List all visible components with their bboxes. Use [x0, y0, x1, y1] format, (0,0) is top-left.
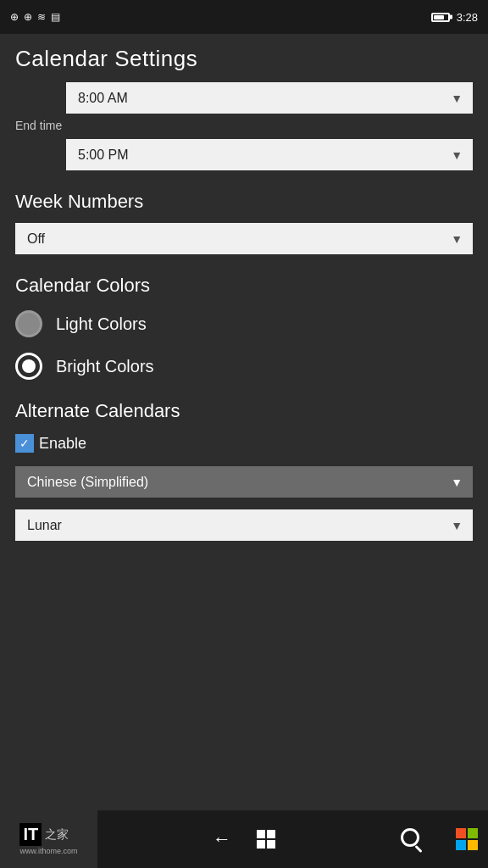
- search-handle-icon: [414, 845, 422, 853]
- start-time-select[interactable]: 8:00 AM 6:00 AM 7:00 AM 9:00 AM: [66, 82, 473, 114]
- light-colors-radio[interactable]: [15, 310, 42, 337]
- battery-icon: [431, 13, 450, 22]
- enable-label: Enable: [39, 435, 86, 453]
- week-numbers-wrapper: Off On ▼: [15, 223, 473, 254]
- it-logo-box: IT: [19, 823, 42, 846]
- microsoft-logo: [456, 828, 478, 850]
- ithome-logo: IT 之家 www.ithome.com: [19, 823, 77, 855]
- status-bar: ⊕ ⊕ ≋ ▤ 3:28: [0, 0, 488, 34]
- windows-sq-4: [267, 840, 275, 849]
- taskbar-right: [391, 810, 488, 868]
- signal-icon-2: ⊕: [24, 11, 32, 23]
- back-arrow-icon[interactable]: ←: [213, 828, 231, 850]
- light-colors-label: Light Colors: [56, 314, 147, 334]
- search-icon[interactable]: [401, 828, 419, 847]
- calendar-system-select[interactable]: Lunar Solar: [15, 509, 473, 541]
- bright-colors-label: Bright Colors: [56, 357, 154, 376]
- it-logo-url: www.ithome.com: [19, 847, 77, 855]
- alternate-calendars-title: Alternate Calendars: [15, 400, 473, 422]
- week-numbers-select[interactable]: Off On: [15, 223, 473, 254]
- windows-sq-2: [267, 830, 275, 838]
- content-area: 8:00 AM 6:00 AM 7:00 AM 9:00 AM ▼ End ti…: [0, 82, 488, 541]
- end-time-select[interactable]: 5:00 PM 4:00 PM 6:00 PM 7:00 PM: [66, 139, 473, 170]
- ms-sq-green: [468, 828, 478, 838]
- status-icons: ⊕ ⊕ ≋ ▤: [10, 11, 60, 23]
- enable-checkbox[interactable]: ✓: [15, 434, 34, 453]
- time-display: 3:28: [457, 11, 478, 24]
- light-colors-option[interactable]: Light Colors: [15, 310, 473, 337]
- windows-sq-1: [257, 830, 265, 838]
- week-numbers-section: Week Numbers Off On ▼: [15, 191, 473, 254]
- calendar-system-wrapper: Lunar Solar ▼: [15, 509, 473, 541]
- ms-sq-red: [456, 828, 466, 838]
- ms-sq-yellow: [468, 840, 478, 850]
- end-time-label: End time: [15, 119, 473, 132]
- taskbar-branding: IT 之家 www.ithome.com: [0, 810, 97, 868]
- windows-sq-3: [257, 840, 265, 849]
- end-time-section: End time 5:00 PM 4:00 PM 6:00 PM 7:00 PM…: [15, 119, 473, 170]
- signal-icon-1: ⊕: [10, 11, 19, 23]
- windows-start-icon[interactable]: [257, 830, 275, 849]
- taskbar: IT 之家 www.ithome.com ←: [0, 810, 488, 868]
- taskbar-center[interactable]: ←: [97, 828, 391, 850]
- enable-checkbox-item[interactable]: ✓ Enable: [15, 434, 473, 453]
- wifi-icon: ≋: [37, 11, 46, 23]
- ms-sq-blue: [456, 840, 466, 850]
- end-time-wrapper: 5:00 PM 4:00 PM 6:00 PM 7:00 PM ▼: [66, 139, 473, 170]
- it-logo-chinese: 之家: [45, 827, 69, 843]
- calendar-colors-title: Calendar Colors: [15, 275, 473, 297]
- start-time-wrapper: 8:00 AM 6:00 AM 7:00 AM 9:00 AM ▼: [66, 82, 473, 114]
- calendar-type-select[interactable]: Chinese (Simplified) Chinese (Traditiona…: [15, 466, 473, 498]
- calendar-type-wrapper: Chinese (Simplified) Chinese (Traditiona…: [15, 466, 473, 498]
- status-right: 3:28: [431, 11, 478, 24]
- page-title: Calendar Settings: [0, 34, 488, 82]
- calendar-colors-section: Calendar Colors Light Colors Bright Colo…: [15, 275, 473, 380]
- color-radio-group: Light Colors Bright Colors: [15, 310, 473, 380]
- week-numbers-title: Week Numbers: [15, 191, 473, 213]
- checkmark-icon: ✓: [19, 437, 30, 449]
- bright-colors-option[interactable]: Bright Colors: [15, 353, 473, 380]
- search-button[interactable]: [401, 828, 423, 850]
- alternate-calendars-section: Alternate Calendars ✓ Enable Chinese (Si…: [15, 400, 473, 541]
- message-icon: ▤: [51, 11, 60, 23]
- bright-colors-radio[interactable]: [15, 353, 42, 380]
